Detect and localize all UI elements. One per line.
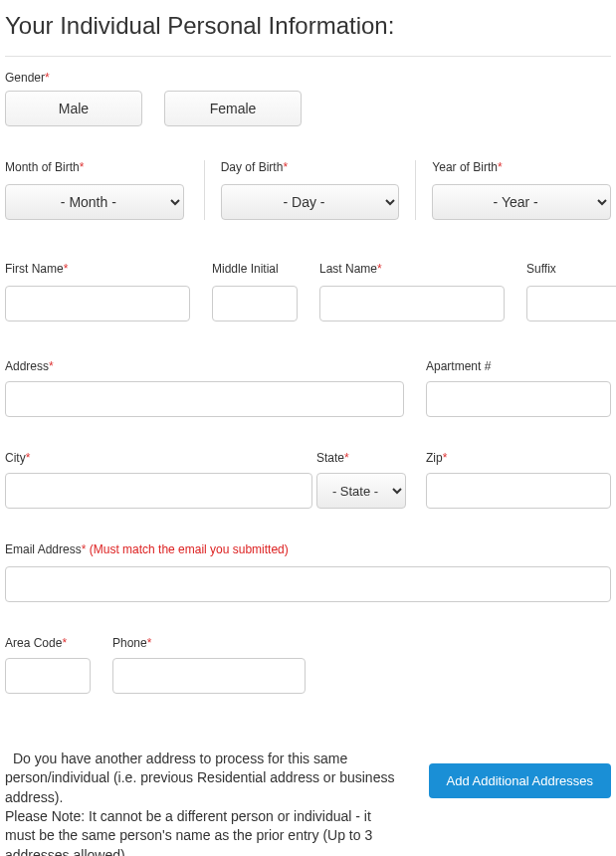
additional-address-section: Do you have another address to process f…	[5, 749, 611, 856]
address-input[interactable]	[5, 381, 404, 417]
address-label-text: Address	[5, 359, 49, 373]
dob-day-select[interactable]: - Day -	[221, 184, 400, 220]
first-name-label: First Name*	[5, 262, 190, 276]
state-label: State*	[316, 451, 406, 465]
gender-section: Gender* Male Female	[5, 71, 611, 126]
dob-month-label: Month of Birth*	[5, 160, 184, 174]
zip-input[interactable]	[426, 473, 611, 509]
required-mark: *	[82, 542, 87, 556]
additional-address-text: Do you have another address to process f…	[5, 749, 403, 856]
phone-number-col: Phone*	[112, 636, 306, 694]
email-note: (Must match the email you submitted)	[90, 542, 289, 556]
required-mark: *	[377, 262, 382, 276]
gender-label: Gender*	[5, 71, 611, 85]
city-label-text: City	[5, 451, 26, 465]
required-mark: *	[498, 160, 503, 174]
apartment-input[interactable]	[426, 381, 611, 417]
dob-month-col: Month of Birth* - Month -	[5, 160, 204, 220]
address-section: Address* Apartment #	[5, 359, 611, 417]
first-name-input[interactable]	[5, 286, 190, 321]
dob-year-label-text: Year of Birth	[432, 160, 498, 174]
apartment-label: Apartment #	[426, 359, 611, 373]
gender-male-button[interactable]: Male	[5, 91, 142, 126]
state-col: State* - State -	[316, 451, 406, 509]
state-select[interactable]: - State -	[316, 473, 406, 509]
required-mark: *	[147, 636, 152, 650]
phone-number-label-text: Phone	[112, 636, 147, 650]
city-input[interactable]	[5, 473, 312, 509]
name-section: First Name* Middle Initial Last Name* Su…	[5, 262, 611, 321]
additional-note: Please Note: It cannot be a different pe…	[5, 808, 372, 856]
phone-number-input[interactable]	[112, 658, 306, 694]
dob-year-label: Year of Birth*	[432, 160, 611, 174]
add-additional-addresses-button[interactable]: Add Additional Addresses	[429, 763, 611, 798]
area-code-col: Area Code*	[5, 636, 91, 694]
zip-col: Zip*	[426, 451, 611, 509]
suffix-col: Suffix	[526, 262, 616, 321]
dob-section: Month of Birth* - Month - Day of Birth* …	[5, 160, 611, 220]
last-name-input[interactable]	[319, 286, 505, 321]
email-label: Email Address* (Must match the email you…	[5, 542, 611, 556]
dob-day-col: Day of Birth* - Day -	[204, 160, 417, 220]
area-code-input[interactable]	[5, 658, 91, 694]
required-mark: *	[49, 359, 54, 373]
last-name-label-text: Last Name	[319, 262, 377, 276]
address-label: Address*	[5, 359, 404, 373]
additional-question: Do you have another address to process f…	[5, 749, 403, 807]
first-name-col: First Name*	[5, 262, 190, 321]
zip-label: Zip*	[426, 451, 611, 465]
middle-initial-input[interactable]	[212, 286, 298, 321]
area-code-label: Area Code*	[5, 636, 91, 650]
phone-section: Area Code* Phone*	[5, 636, 611, 694]
dob-month-select[interactable]: - Month -	[5, 184, 184, 220]
dob-month-label-text: Month of Birth	[5, 160, 80, 174]
state-label-text: State	[316, 451, 344, 465]
suffix-label: Suffix	[526, 262, 616, 276]
email-input[interactable]	[5, 566, 611, 602]
page-title: Your Individual Personal Information:	[5, 0, 611, 57]
zip-label-text: Zip	[426, 451, 443, 465]
last-name-col: Last Name*	[319, 262, 505, 321]
email-label-text: Email Address	[5, 542, 82, 556]
suffix-input[interactable]	[526, 286, 616, 321]
city-col: City*	[5, 451, 312, 509]
apartment-col: Apartment #	[426, 359, 611, 417]
email-section: Email Address* (Must match the email you…	[5, 542, 611, 602]
dob-year-col: Year of Birth* - Year -	[416, 160, 611, 220]
required-mark: *	[62, 636, 67, 650]
phone-number-label: Phone*	[112, 636, 306, 650]
required-mark: *	[64, 262, 69, 276]
first-name-label-text: First Name	[5, 262, 64, 276]
gender-label-text: Gender	[5, 71, 45, 85]
area-code-label-text: Area Code	[5, 636, 62, 650]
required-mark: *	[283, 160, 288, 174]
required-mark: *	[26, 451, 31, 465]
dob-day-label-text: Day of Birth	[221, 160, 284, 174]
middle-initial-col: Middle Initial	[212, 262, 298, 321]
required-mark: *	[80, 160, 85, 174]
middle-initial-label: Middle Initial	[212, 262, 298, 276]
gender-female-button[interactable]: Female	[164, 91, 302, 126]
city-label: City*	[5, 451, 312, 465]
required-mark: *	[45, 71, 50, 85]
dob-day-label: Day of Birth*	[221, 160, 400, 174]
dob-year-select[interactable]: - Year -	[432, 184, 611, 220]
required-mark: *	[443, 451, 448, 465]
city-state-zip-section: City* State* - State - Zip*	[5, 451, 611, 509]
required-mark: *	[344, 451, 349, 465]
address-col: Address*	[5, 359, 404, 417]
last-name-label: Last Name*	[319, 262, 505, 276]
